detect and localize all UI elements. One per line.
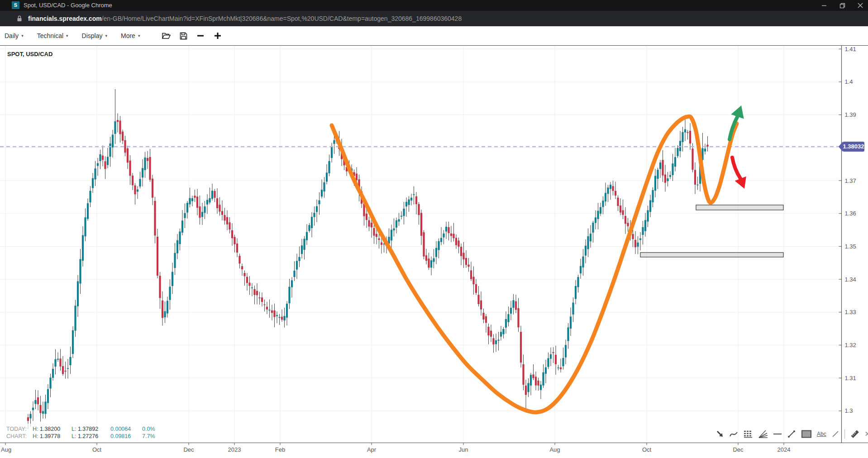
x-axis-label: Dec [733, 446, 744, 453]
x-axis-label: 2024 [777, 446, 791, 453]
y-axis-label: 1.41 [845, 46, 856, 52]
x-axis-label: Dec [183, 446, 194, 453]
x-axis-label: Oct [92, 446, 102, 453]
current-price-badge: 1.38032 [843, 142, 864, 152]
today-label: TODAY: [6, 425, 33, 433]
y-axis-label: 1.32 [845, 342, 856, 348]
chart-change: 0.09816 [110, 433, 142, 440]
chart-change-pct: 7.7% [142, 433, 163, 440]
diagonal-line-tool-icon[interactable] [831, 429, 839, 439]
toolbar-separator [844, 429, 845, 439]
y-axis-label: 1.37 [845, 177, 856, 184]
price-status-panel: TODAY: H: 1.38200 L: 1.37892 0.00064 0.0… [3, 424, 167, 442]
chart-low: L: 1.27276 [72, 433, 110, 440]
x-axis-label: Feb [275, 446, 285, 453]
chart-status-row: CHART: H: 1.39778 L: 1.27276 0.09816 7.7… [6, 433, 163, 440]
chart-high: H: 1.39778 [33, 433, 72, 440]
chart-symbol-label: SPOT, USD/CAD [7, 51, 52, 57]
y-axis-label: 1.31 [845, 375, 856, 382]
today-change: 0.00064 [110, 425, 142, 433]
pointer-tool-icon[interactable] [716, 429, 724, 439]
gridlines [0, 46, 842, 443]
today-high: H: 1.38200 [33, 425, 72, 433]
pattern-grid-tool-icon[interactable] [743, 429, 753, 439]
x-axis-label: Jun [459, 446, 468, 453]
today-change-pct: 0.0% [142, 425, 163, 433]
y-axis-label: 1.36 [845, 210, 856, 217]
y-axis-label: 1.34 [845, 276, 856, 283]
drawing-toolbar: Abc ✕ [716, 429, 868, 439]
curve-tool-icon[interactable] [729, 429, 738, 439]
fan-lines-tool-icon[interactable] [758, 429, 768, 439]
today-status-row: TODAY: H: 1.38200 L: 1.37892 0.00064 0.0… [6, 425, 163, 433]
x-axis-label: 2023 [228, 446, 241, 453]
x-axis-label: Aug [1, 446, 11, 453]
trend-line-tool-icon[interactable] [787, 429, 796, 439]
y-axis-label: 1.3 [845, 407, 853, 414]
support-zone-2[interactable] [640, 253, 783, 257]
x-axis-label: Apr [367, 446, 377, 453]
support-zone-1[interactable] [696, 205, 783, 210]
rectangle-tool-icon[interactable] [801, 429, 812, 439]
close-drawing-toolbar-icon[interactable]: ✕ [865, 429, 868, 439]
y-axis-label: 1.33 [845, 309, 856, 315]
y-axis-label: 1.39 [845, 111, 856, 118]
y-axis-label: 1.4 [845, 78, 853, 85]
bearish-arrow[interactable] [732, 157, 740, 179]
horizontal-line-tool-icon[interactable] [773, 429, 782, 439]
x-axis-label: Aug [549, 446, 560, 453]
y-axis-label: 1.35 [845, 243, 856, 250]
price-chart-canvas[interactable]: 1.411.41.391.371.361.351.341.331.321.311… [0, 0, 868, 458]
x-axis-label: Oct [642, 446, 652, 453]
today-low: L: 1.37892 [72, 425, 110, 433]
chart-label: CHART: [6, 433, 33, 440]
ruler-tool-icon[interactable] [850, 429, 860, 439]
text-tool-icon[interactable]: Abc [817, 429, 826, 439]
